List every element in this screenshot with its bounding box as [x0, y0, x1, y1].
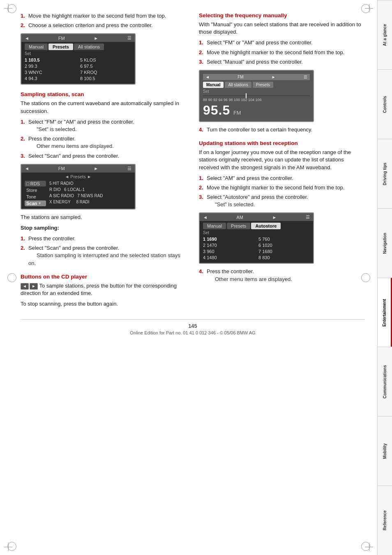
fm-cursor-indicator — [203, 95, 310, 96]
samp-num-3: 3. — [21, 152, 26, 160]
screen-fm-manual: ◄ FM ► ☰ Manual All stations Presets Set… — [199, 70, 314, 122]
screen-scan: ◄ FM ► ☰ ◄ Presets ► □ RDS Store Tone Sc… — [21, 164, 136, 210]
scan-scan: Scan ▼ — [25, 200, 46, 206]
upd-step-3: 3. Select "Autostore" and press the cont… — [199, 193, 365, 208]
scan-menu-right: 5 HIT RADIO R DIO 6 LOCAL-1 A SIC RADIO … — [48, 181, 131, 206]
tab-navigation[interactable]: Navigation — [378, 208, 392, 278]
am-tab-presets[interactable]: Presets — [227, 223, 250, 229]
upd-sub-3: "Set" is selected. — [215, 201, 255, 207]
am-st-2-1: 2 1470 — [203, 242, 254, 248]
am-st-4-1: 4 1480 — [203, 255, 254, 260]
fm-tabs-row: Manual All stations Presets — [203, 82, 310, 88]
station-1-2: 5 KLOS — [80, 57, 131, 63]
stop-scan-text: To stop scanning, press the button again… — [21, 300, 187, 308]
stop-num-2: 2. — [21, 244, 26, 267]
corner-icon-1: ☰ — [127, 35, 131, 41]
right-column: Selecting the frequency manually With "M… — [199, 12, 365, 311]
samp-text-3: Select "Scan" and press the controller. — [28, 152, 187, 160]
sampling-intro: The stations on the current waveband are… — [21, 100, 187, 115]
sel-step-2: 2. Move the highlight marker to the seco… — [199, 49, 365, 56]
sampled-label: The stations are sampled. — [21, 214, 187, 221]
am-st-4-2: 8 830 — [258, 255, 310, 260]
sel-num-2: 2. — [199, 49, 205, 56]
tab-mobility[interactable]: Mobility — [378, 416, 392, 486]
samp-sub-1: "Set" is selected. — [37, 126, 76, 132]
scan-r3: A SIC RADIO 7 NEWS RAD — [48, 193, 131, 198]
am-set-label: Set — [203, 230, 310, 235]
tab-all-stations-1[interactable]: All stations — [74, 44, 104, 50]
sampling-step-3: 3. Select "Scan" and press the controlle… — [21, 152, 187, 160]
tab-controls[interactable]: Controls — [378, 69, 392, 139]
upd-step-4: 4. Press the controller.Other menu items… — [199, 268, 365, 283]
fm-band-label: FM — [233, 110, 241, 116]
big-freq-display: 95.5 FM — [203, 103, 310, 118]
screen-presets: ◄ FM ► ☰ Manual Presets All stations Set… — [21, 33, 136, 85]
samp-text-1: Select "FM" or "AM" and press the contro… — [28, 118, 187, 133]
scan-arrow-right: ► — [94, 166, 98, 171]
am-stations-grid: 1 1690 5 760 2 1470 6 1020 3 960 7 1680 … — [203, 236, 310, 260]
station-2-1: 2 99.3 — [25, 63, 76, 69]
upd-num-4: 4. — [199, 268, 205, 283]
sampling-heading: Sampling stations, scan — [21, 91, 187, 97]
tab-at-a-glance[interactable]: At a glance — [378, 0, 392, 69]
side-tab-strip: At a glance Controls Driving tips Naviga… — [377, 0, 392, 555]
buttons-heading: Buttons on the CD player — [21, 274, 187, 280]
fm-tab-all[interactable]: All stations — [225, 82, 251, 88]
am-st-3-1: 3 960 — [203, 249, 254, 254]
am-arrow-l: ◄ — [203, 215, 208, 220]
tab-reference[interactable]: Reference — [378, 486, 392, 555]
cd-btn-next[interactable]: ► — [30, 283, 38, 290]
freq-scale: 88 90 92 94 96 98 100 102 104 106 — [203, 98, 310, 102]
step-text-2: Choose a selection criterion and press t… — [28, 22, 187, 29]
fm-top-bar: ◄ FM ► ☰ — [203, 74, 310, 80]
am-tab-manual[interactable]: Manual — [203, 223, 226, 229]
fm-arrow-r: ► — [272, 75, 276, 79]
fm-top-label: FM — [238, 75, 243, 79]
am-label: AM — [236, 215, 243, 220]
upd-num-2: 2. — [199, 184, 205, 191]
fm-tab-manual[interactable]: Manual — [203, 82, 224, 88]
am-arrow-r: ► — [272, 215, 277, 220]
buttons-description: To sample stations, press the button for… — [21, 283, 177, 296]
station-4-1: 4 94.3 — [25, 76, 76, 81]
stop-step-2: 2. Select "Scan" and press the controlle… — [21, 244, 187, 267]
samp-num-2: 2. — [21, 135, 26, 150]
station-1-1: 1 103.5 — [25, 57, 76, 63]
upd-text-3: Select "Autostore" and press the control… — [207, 193, 365, 208]
scan-menu-left: □ RDS Store Tone Scan ▼ — [25, 181, 46, 206]
sel-text-3: Select "Manual" and press the controller… — [207, 58, 365, 66]
arrow-right-1: ► — [94, 36, 98, 41]
step-num-2: 2. — [21, 22, 26, 29]
am-st-1-1: 1 1690 — [203, 236, 254, 242]
station-2-2: 6 97.5 — [80, 63, 131, 69]
sel-text-4: Turn the controller to set a certain fre… — [207, 126, 365, 134]
upd-step-1: 1. Select "AM" and press the controller. — [199, 175, 365, 182]
screen-top-bar-1: ◄ FM ► ☰ — [21, 34, 135, 42]
scan-top-bar: ◄ FM ► ☰ — [21, 165, 135, 173]
tab-entertainment[interactable]: Entertainment — [378, 278, 392, 347]
upd-step-2: 2. Move the highlight marker to the seco… — [199, 184, 365, 191]
tab-communications[interactable]: Communications — [378, 347, 392, 416]
scan-r2: R DIO 6 LOCAL-1 — [48, 187, 131, 192]
footer: 145 Online Edition for Part no. 01 41 0 … — [21, 319, 365, 335]
tab-presets-1[interactable]: Presets — [48, 44, 73, 50]
screen-am-autostore: ◄ AM ► ☰ Manual Presets Autostore Set 1 … — [199, 212, 314, 264]
sel-text-2: Move the highlight marker to the second … — [207, 49, 365, 56]
circle-bottom-left — [7, 542, 16, 551]
stop-sub-2: Station sampling is interrupted and the … — [28, 252, 180, 266]
cd-btn-prev[interactable]: ◄ — [21, 283, 29, 290]
fm-corner: ☰ — [304, 75, 307, 79]
am-tab-autostore[interactable]: Autostore — [251, 223, 281, 229]
tab-driving-tips[interactable]: Driving tips — [378, 139, 392, 208]
tab-manual-1[interactable]: Manual — [25, 44, 48, 50]
scan-r1: 5 HIT RADIO — [48, 181, 131, 186]
buttons-text: ◄ ► To sample stations, press the button… — [21, 282, 187, 297]
am-corner: ☰ — [306, 214, 310, 220]
am-st-3-2: 7 1680 — [258, 249, 310, 254]
scan-tone: Tone — [25, 194, 46, 200]
fm-tab-presets[interactable]: Presets — [253, 82, 273, 88]
page-number: 145 — [21, 323, 365, 329]
scan-presets-sub: ◄ Presets ► — [25, 174, 131, 179]
am-tabs: Manual Presets Autostore — [203, 223, 310, 229]
sel-num-4: 4. — [199, 126, 205, 134]
